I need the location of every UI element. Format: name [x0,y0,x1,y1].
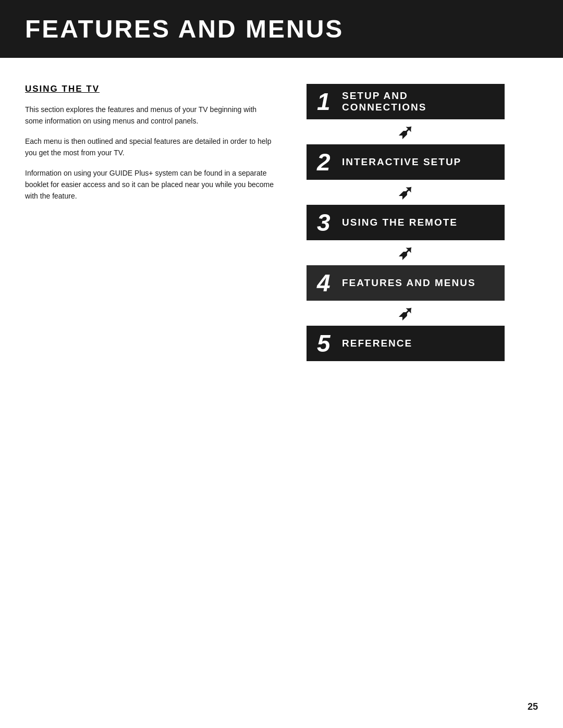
arrow-down-icon-3: ➶ [398,243,413,262]
body-text-3: Information on using your GUIDE Plus+ sy… [25,167,275,202]
page-container: FEATURES AND MENUS USING THE TV This sec… [0,0,563,728]
right-column: 1 SETUP AND CONNECTIONS ➶ 2 INTERACTIVE … [307,84,505,361]
step-label-2: INTERACTIVE SETUP [342,156,461,168]
nav-step-2[interactable]: 2 INTERACTIVE SETUP [307,144,505,180]
left-column: USING THE TV This section explores the f… [25,84,275,361]
nav-step-3[interactable]: 3 USING THE REMOTE [307,205,505,240]
step-number-4: 4 [317,271,336,295]
arrow-down-icon-1: ➶ [398,122,413,141]
step-label-1: SETUP AND CONNECTIONS [342,90,494,113]
step-number-3: 3 [317,211,336,235]
step-number-5: 5 [317,331,336,355]
step-label-3: USING THE REMOTE [342,217,458,228]
nav-step-1[interactable]: 1 SETUP AND CONNECTIONS [307,84,505,119]
arrow-1: ➶ [307,119,505,144]
step-number-2: 2 [317,150,336,174]
page-title: FEATURES AND MENUS [25,15,538,43]
step-label-5: REFERENCE [342,338,412,349]
nav-step-5[interactable]: 5 REFERENCE [307,326,505,361]
nav-step-4[interactable]: 4 FEATURES AND MENUS [307,265,505,301]
body-text-1: This section explores the features and m… [25,104,275,127]
page-number: 25 [528,701,538,712]
page-header: FEATURES AND MENUS [0,0,563,58]
content-area: USING THE TV This section explores the f… [0,84,563,361]
step-number-1: 1 [317,90,336,114]
body-text-2: Each menu is then outlined and special f… [25,135,275,159]
arrow-4: ➶ [307,301,505,326]
step-label-4: FEATURES AND MENUS [342,277,476,289]
section-title: USING THE TV [25,84,275,94]
arrow-3: ➶ [307,240,505,265]
arrow-down-icon-4: ➶ [398,304,413,323]
arrow-down-icon-2: ➶ [398,183,413,202]
arrow-2: ➶ [307,180,505,205]
